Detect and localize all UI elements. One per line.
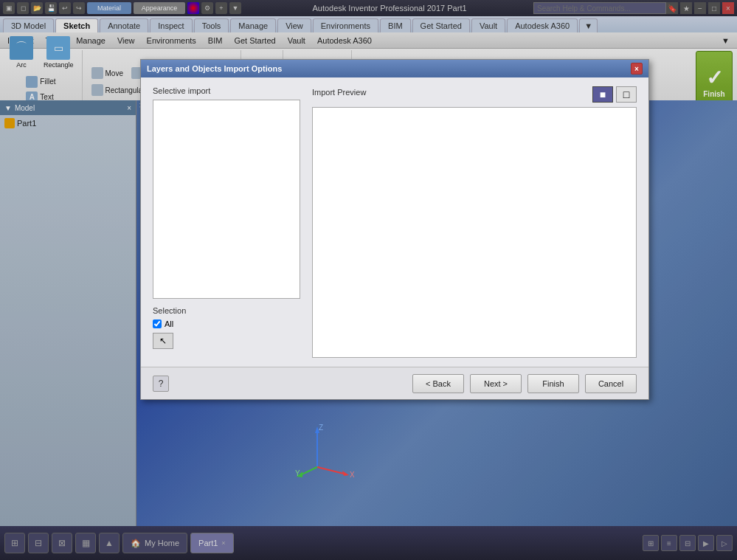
- pointer-button[interactable]: ↖: [153, 333, 173, 349]
- all-checkbox-row: All: [153, 319, 300, 328]
- selection-section: Selection All ↖: [153, 306, 300, 349]
- preview-view-buttons: ■ □: [592, 86, 637, 103]
- pointer-icon: ↖: [159, 336, 167, 346]
- dialog-close-button[interactable]: ×: [631, 63, 643, 75]
- selective-import-label: Selective import: [153, 86, 300, 95]
- import-preview-box: [312, 107, 637, 358]
- all-checkbox[interactable]: [153, 319, 162, 328]
- dialog-body: Selective import Selection All ↖ Import …: [141, 77, 648, 367]
- dialog-right-panel: Import Preview ■ □: [312, 86, 637, 358]
- dialog-footer: ? < Back Next > Finish Cancel: [141, 367, 648, 399]
- selection-label: Selection: [153, 306, 300, 315]
- dialog-title-bar: Layers and Objects Import Options ×: [141, 60, 648, 77]
- back-button[interactable]: < Back: [412, 374, 464, 393]
- dialog-overlay: Layers and Objects Import Options × Sele…: [0, 0, 737, 560]
- import-preview-label: Import Preview: [312, 88, 366, 97]
- next-button[interactable]: Next >: [470, 374, 522, 393]
- selective-import-listbox[interactable]: [153, 100, 300, 299]
- dialog-help-button[interactable]: ?: [153, 376, 169, 392]
- preview-dark-btn[interactable]: ■: [592, 86, 613, 103]
- all-label: All: [165, 319, 173, 328]
- finish-button[interactable]: Finish: [527, 374, 579, 393]
- cancel-button[interactable]: Cancel: [585, 374, 637, 393]
- preview-light-btn[interactable]: □: [616, 86, 637, 103]
- dialog-title: Layers and Objects Import Options: [147, 64, 631, 73]
- dialog-layers-import: Layers and Objects Import Options × Sele…: [140, 59, 649, 400]
- dialog-left-panel: Selective import Selection All ↖: [153, 86, 300, 358]
